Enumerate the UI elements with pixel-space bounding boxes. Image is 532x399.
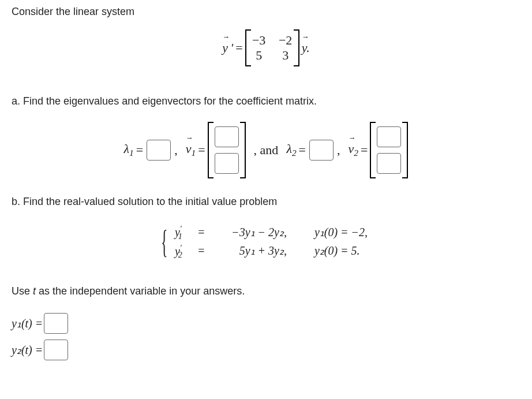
part-b-label: b. Find the real-valued solution to the … (12, 196, 520, 208)
eq1-rhs: −3y₁ − 2y₂, (212, 225, 287, 239)
v2-component-2-input[interactable] (377, 153, 401, 174)
matrix-cell: 3 (278, 48, 294, 63)
eq2-rhs: 5y₁ + 3y₂, (212, 244, 287, 258)
matrix-cell: −3 (251, 33, 267, 48)
v2-component-1-input[interactable] (377, 126, 401, 147)
lambda1-input[interactable] (147, 140, 171, 161)
v2-vector (370, 122, 408, 178)
v1-component-2-input[interactable] (215, 153, 239, 174)
separator-and: , and (254, 143, 279, 158)
main-equation: y ′ = −3 −2 5 3 y. (12, 29, 520, 66)
matrix-cell: 5 (251, 48, 267, 63)
v1-component-1-input[interactable] (215, 126, 239, 147)
y1-solution-input[interactable] (44, 313, 68, 334)
y2-solution-input[interactable] (44, 340, 68, 360)
lambda2-input[interactable] (309, 140, 334, 161)
intro-text: Consider the linear system (12, 6, 520, 18)
part-a-label: a. Find the eigenvalues and eigenvectors… (12, 95, 520, 107)
ic2: y₂(0) = 5. (314, 244, 360, 258)
matrix-cell: −2 (278, 33, 294, 48)
y1-label: y₁(t) = (12, 316, 43, 330)
v1-vector (208, 122, 246, 178)
coefficient-matrix: −3 −2 5 3 (245, 29, 299, 66)
lambda1-label: λ1 (124, 141, 134, 158)
ic1: y₁(0) = −2, (314, 225, 368, 239)
independent-var-note: Use t as the independent variable in you… (12, 285, 520, 297)
ode-system: y′1 = −3y₁ − 2y₂, y₁(0) = −2, y′2 = 5y₁ … (164, 222, 368, 262)
y2-label: y₂(t) = (12, 343, 43, 357)
